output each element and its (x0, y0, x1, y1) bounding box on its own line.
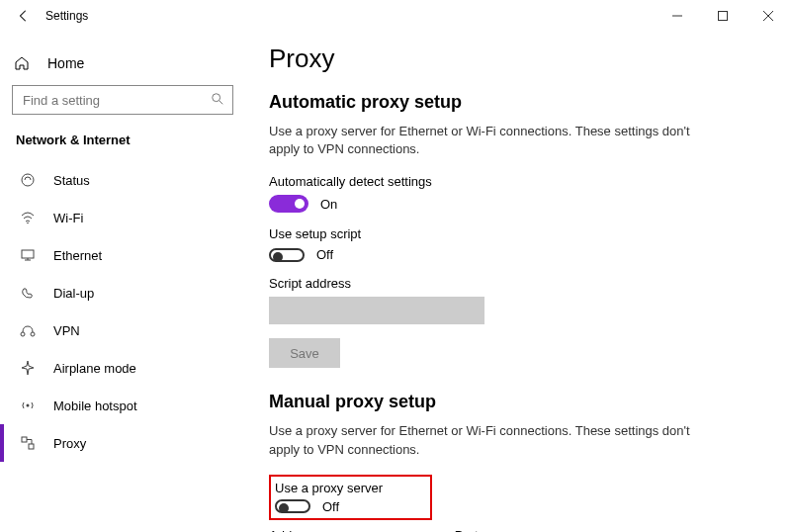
minimize-button[interactable] (655, 0, 700, 32)
maximize-icon (718, 11, 728, 21)
svg-rect-1 (719, 12, 728, 21)
sidebar-item-label: Ethernet (38, 248, 102, 263)
sidebar-item-hotspot[interactable]: Mobile hotspot (0, 387, 239, 424)
wifi-icon (18, 208, 38, 227)
svg-line-5 (220, 100, 223, 104)
setup-script-state: Off (316, 247, 333, 262)
setup-script-label: Use setup script (269, 226, 767, 241)
svg-point-12 (31, 332, 35, 336)
page-title: Proxy (269, 44, 767, 74)
port-label: Port (455, 528, 479, 532)
sidebar-item-label: Wi-Fi (38, 211, 83, 225)
svg-point-4 (213, 93, 220, 101)
sidebar-item-status[interactable]: Status (0, 161, 239, 199)
window-title: Settings (42, 9, 88, 23)
svg-rect-14 (22, 437, 27, 442)
sidebar-item-label: VPN (38, 323, 80, 338)
back-button[interactable] (6, 0, 42, 32)
arrow-left-icon (17, 9, 31, 23)
maximize-button[interactable] (700, 0, 746, 32)
auto-detect-label: Automatically detect settings (269, 174, 767, 189)
svg-point-7 (27, 222, 29, 224)
use-proxy-toggle[interactable] (275, 499, 310, 513)
airplane-icon (18, 358, 38, 378)
search-icon (211, 92, 224, 109)
minimize-icon (672, 11, 682, 21)
save-button[interactable]: Save (269, 338, 340, 368)
close-icon (763, 11, 773, 21)
sidebar-item-label: Dial-up (38, 286, 94, 301)
sidebar-item-wifi[interactable]: Wi-Fi (0, 199, 239, 236)
use-proxy-highlight: Use a proxy server Off (269, 475, 432, 520)
hotspot-icon (18, 396, 38, 415)
svg-point-11 (21, 332, 25, 336)
sidebar-item-dialup[interactable]: Dial-up (0, 274, 239, 311)
title-bar: Settings (0, 0, 791, 32)
sidebar-item-label: Mobile hotspot (38, 399, 137, 413)
window-controls (655, 0, 791, 32)
setup-script-toggle[interactable] (269, 248, 305, 262)
dialup-icon (18, 283, 38, 303)
manual-description: Use a proxy server for Ethernet or Wi-Fi… (269, 422, 694, 458)
script-address-label: Script address (269, 276, 767, 291)
ethernet-icon (18, 245, 38, 265)
content-pane: Proxy Automatic proxy setup Use a proxy … (245, 32, 791, 532)
use-proxy-label: Use a proxy server (275, 481, 383, 495)
home-icon (14, 55, 36, 71)
home-label: Home (36, 55, 84, 71)
home-link[interactable]: Home (6, 45, 239, 81)
sidebar-item-airplane[interactable]: Airplane mode (0, 349, 239, 387)
address-label: Address (269, 528, 316, 532)
automatic-description: Use a proxy server for Ethernet or Wi-Fi… (269, 123, 694, 158)
svg-rect-15 (29, 444, 34, 449)
search-input[interactable] (21, 92, 211, 109)
sidebar-item-proxy[interactable]: Proxy (0, 424, 239, 462)
vpn-icon (18, 320, 38, 340)
sidebar-section-label: Network & Internet (6, 125, 239, 161)
auto-detect-state: On (320, 197, 337, 212)
close-button[interactable] (746, 0, 791, 32)
sidebar-item-label: Airplane mode (38, 361, 136, 376)
use-proxy-state: Off (322, 499, 339, 514)
automatic-heading: Automatic proxy setup (269, 92, 767, 113)
proxy-icon (18, 433, 38, 453)
svg-point-6 (22, 174, 34, 186)
sidebar-item-label: Status (38, 173, 90, 188)
status-icon (18, 170, 38, 190)
manual-heading: Manual proxy setup (269, 392, 767, 412)
sidebar-item-label: Proxy (38, 436, 86, 451)
save-button-label: Save (290, 346, 319, 361)
search-box[interactable] (12, 85, 233, 115)
svg-point-13 (27, 404, 30, 407)
script-address-input[interactable] (269, 297, 484, 324)
sidebar-item-vpn[interactable]: VPN (0, 311, 239, 349)
sidebar-item-ethernet[interactable]: Ethernet (0, 236, 239, 274)
auto-detect-toggle[interactable] (269, 195, 308, 213)
svg-rect-8 (22, 250, 34, 258)
sidebar: Home Network & Internet Status Wi-Fi (0, 32, 245, 532)
